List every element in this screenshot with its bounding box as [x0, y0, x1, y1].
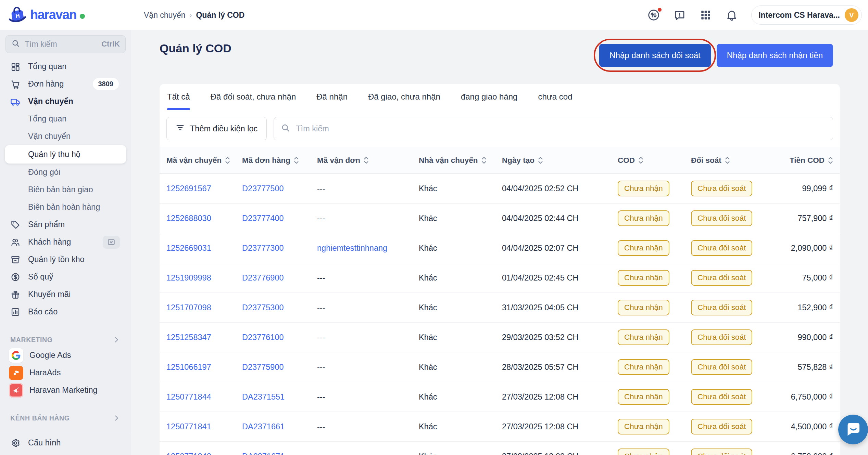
sidebar-section-sales-channels[interactable]: KÊNH BÁN HÀNG — [0, 411, 131, 425]
sidebar-item-label: HaraAds — [29, 368, 61, 377]
account-name: Intercom CS Harava... — [758, 11, 840, 20]
tab-tat-ca[interactable]: Tất cả — [167, 84, 190, 110]
order-code-link[interactable]: DA2371661 — [242, 422, 285, 431]
sync-history-icon[interactable] — [647, 9, 660, 22]
order-code-link[interactable]: D23777500 — [242, 184, 284, 193]
sidebar-item-san-pham[interactable]: Sản phẩm — [0, 216, 131, 233]
sidebar-item-quan-ly-ton-kho[interactable]: Quản lý tồn kho — [0, 251, 131, 268]
table-search-input[interactable] — [296, 124, 826, 133]
import-reconciliation-list-button[interactable]: Nhập danh sách đối soát — [599, 44, 711, 67]
sidebar-item-khuyen-mai[interactable]: Khuyến mãi — [0, 286, 131, 303]
sidebar-search-input[interactable] — [25, 40, 97, 49]
order-code-link[interactable]: D23775900 — [242, 363, 284, 372]
tab-da-giao-chua-nhan[interactable]: Đã giao, chưa nhận — [368, 84, 440, 110]
shipment-code-link[interactable]: 1252691567 — [166, 184, 211, 193]
sidebar-subitem-bien-ban-ban-giao[interactable]: Biên bản bàn giao — [0, 181, 131, 198]
order-code-link[interactable]: DA2371671 — [242, 452, 285, 455]
tracking-code: --- — [317, 214, 325, 223]
sidebar-subitem-quan-ly-thu-ho-active[interactable]: Quản lý thu hộ — [5, 145, 126, 164]
sidebar-item-label: Báo cáo — [28, 307, 58, 316]
shipment-code-link[interactable]: 1251066197 — [166, 363, 211, 372]
sidebar-item-khach-hang[interactable]: Khách hàng — [0, 233, 131, 251]
bell-icon[interactable] — [725, 9, 738, 22]
sidebar-item-label: Sản phẩm — [28, 220, 65, 229]
order-code-link[interactable]: D23777300 — [242, 244, 284, 253]
haravan-logo[interactable]: H haravan — [8, 5, 85, 25]
sidebar-subitem-tong-quan[interactable]: Tổng quan — [0, 110, 131, 128]
cod-management-card: Tất cả Đã đối soát, chưa nhận Đã nhận Đã… — [160, 84, 840, 455]
shipment-code-link[interactable]: 1252688030 — [166, 214, 211, 223]
created-at: 28/03/2025 05:57 CH — [502, 363, 578, 372]
col-cod[interactable]: COD — [618, 156, 691, 165]
tracking-code-link[interactable]: nghiemtesttinhnang — [317, 244, 387, 253]
shipment-code-link[interactable]: 1250771842 — [166, 452, 211, 455]
khach-hang-popout-icon[interactable] — [103, 236, 120, 249]
tracking-code: --- — [317, 363, 325, 372]
breadcrumb-separator: › — [189, 11, 192, 19]
shipment-code-link[interactable]: 1251707098 — [166, 303, 211, 312]
col-doi-soat[interactable]: Đối soát — [691, 156, 772, 165]
order-code-link[interactable]: DA2371551 — [242, 392, 285, 402]
sort-icon — [538, 156, 543, 165]
inventory-icon — [10, 255, 21, 264]
order-code-link[interactable]: D23776100 — [242, 333, 284, 342]
order-code-link[interactable]: D23776900 — [242, 273, 284, 283]
shipment-code-link[interactable]: 1252669031 — [166, 244, 211, 253]
col-tien-cod[interactable]: Tiền COD — [772, 156, 833, 165]
sidebar-subitem-bien-ban-hoan-hang[interactable]: Biên bản hoàn hàng — [0, 198, 131, 216]
sidebar-item-so-quy[interactable]: Sổ quỹ — [0, 268, 131, 286]
chat-bubble-icon — [845, 421, 861, 438]
sort-icon — [294, 156, 299, 165]
sidebar-item-cau-hinh[interactable]: Cấu hình — [0, 434, 131, 452]
sidebar-item-label: Cấu hình — [28, 438, 61, 447]
shipment-code-link[interactable]: 1250771844 — [166, 392, 211, 402]
chevron-right-icon — [113, 414, 120, 422]
cod-status-badge: Chưa nhận — [618, 329, 669, 345]
sidebar: CtrlK Tổng quan Đơn — [0, 30, 131, 455]
created-at: 31/03/2025 04:05 CH — [502, 303, 578, 312]
sidebar-subitem-dong-goi[interactable]: Đóng gói — [0, 164, 131, 181]
account-menu[interactable]: Intercom CS Harava... V — [751, 5, 862, 25]
breadcrumb-parent[interactable]: Vận chuyển — [144, 11, 185, 20]
cod-status-badge: Chưa nhận — [618, 270, 669, 286]
cod-amount: 4,500,000 ₫ — [791, 422, 833, 431]
sidebar-section-marketing[interactable]: MARKETING — [0, 333, 131, 347]
sidebar-item-haraads[interactable]: HaraAds — [0, 364, 131, 381]
sidebar-search[interactable]: CtrlK — [5, 35, 126, 53]
col-nha-van-chuyen[interactable]: Nhà vận chuyển — [419, 156, 502, 165]
sidebar-item-van-chuyen[interactable]: Vận chuyển — [0, 93, 131, 110]
tab-da-doi-soat-chua-nhan[interactable]: Đã đối soát, chưa nhận — [211, 84, 296, 110]
col-ma-van-don[interactable]: Mã vận đơn — [317, 156, 419, 165]
col-ma-van-chuyen[interactable]: Mã vận chuyển — [166, 156, 242, 165]
shipment-code-link[interactable]: 1251258347 — [166, 333, 211, 342]
cod-amount: 6,750,000 ₫ — [791, 452, 833, 455]
carrier: Khác — [419, 303, 437, 312]
carrier: Khác — [419, 452, 437, 455]
cod-status-badge: Chưa nhận — [618, 419, 669, 434]
order-code-link[interactable]: D23777400 — [242, 214, 284, 223]
svg-text:H: H — [15, 12, 20, 20]
cod-amount: 152,900 ₫ — [797, 303, 833, 312]
add-filter-button[interactable]: Thêm điều kiện lọc — [166, 117, 267, 140]
tab-da-nhan[interactable]: Đã nhận — [316, 84, 348, 110]
shipment-code-link[interactable]: 1251909998 — [166, 273, 211, 283]
feedback-icon[interactable] — [673, 9, 686, 22]
apps-grid-icon[interactable] — [699, 9, 712, 22]
table-row: 1252669031 D23777300 nghiemtesttinhnang … — [160, 233, 840, 263]
order-code-link[interactable]: D23775300 — [242, 303, 284, 312]
sidebar-item-bao-cao[interactable]: Báo cáo — [0, 303, 131, 321]
sidebar-subitem-van-chuyen[interactable]: Vận chuyển — [0, 128, 131, 145]
sidebar-item-tong-quan[interactable]: Tổng quan — [0, 58, 131, 75]
sidebar-item-haravan-marketing[interactable]: Haravan Marketing — [0, 381, 131, 399]
tab-chua-cod[interactable]: chưa cod — [538, 84, 572, 110]
col-ma-don-hang[interactable]: Mã đơn hàng — [242, 156, 317, 165]
sort-icon — [725, 156, 730, 165]
sidebar-item-google-ads[interactable]: Google Ads — [0, 347, 131, 364]
table-search[interactable] — [274, 117, 833, 140]
tab-dang-giao-hang[interactable]: đang giao hàng — [461, 84, 518, 110]
import-received-money-list-button[interactable]: Nhập danh sách nhận tiền — [717, 44, 833, 67]
sidebar-item-don-hang[interactable]: Đơn hàng 3809 — [0, 75, 131, 93]
col-ngay-tao[interactable]: Ngày tạo — [502, 156, 618, 165]
chat-launcher-button[interactable] — [838, 415, 868, 444]
shipment-code-link[interactable]: 1250771841 — [166, 422, 211, 431]
